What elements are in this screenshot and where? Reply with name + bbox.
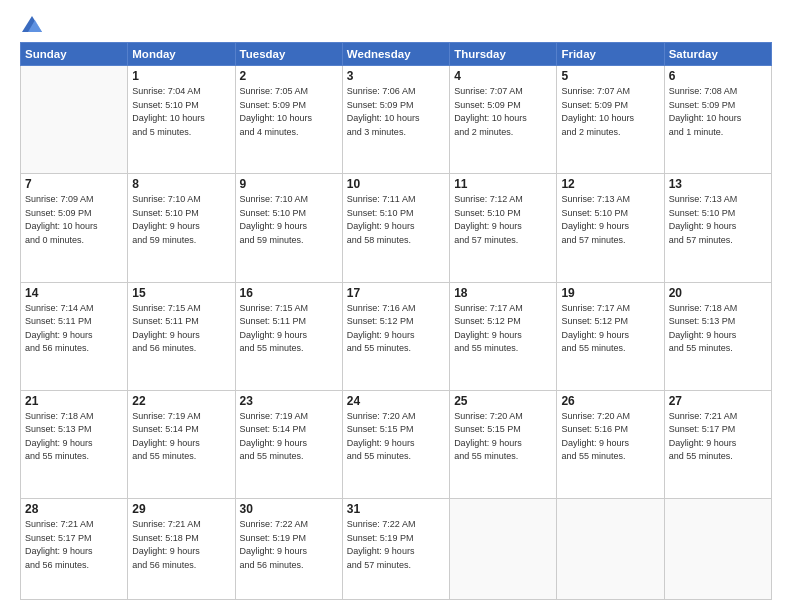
logo-icon [22,16,42,32]
calendar-day-cell [557,499,664,600]
calendar-week-row: 7Sunrise: 7:09 AM Sunset: 5:09 PM Daylig… [21,174,772,282]
day-number: 31 [347,502,445,516]
weekday-header: Tuesday [235,43,342,66]
day-number: 26 [561,394,659,408]
day-number: 24 [347,394,445,408]
day-number: 18 [454,286,552,300]
day-number: 13 [669,177,767,191]
calendar-day-cell: 30Sunrise: 7:22 AM Sunset: 5:19 PM Dayli… [235,499,342,600]
calendar-day-cell: 23Sunrise: 7:19 AM Sunset: 5:14 PM Dayli… [235,390,342,498]
calendar-day-cell: 7Sunrise: 7:09 AM Sunset: 5:09 PM Daylig… [21,174,128,282]
day-info: Sunrise: 7:15 AM Sunset: 5:11 PM Dayligh… [240,302,338,356]
calendar-week-row: 28Sunrise: 7:21 AM Sunset: 5:17 PM Dayli… [21,499,772,600]
day-number: 27 [669,394,767,408]
calendar-day-cell: 22Sunrise: 7:19 AM Sunset: 5:14 PM Dayli… [128,390,235,498]
weekday-header: Thursday [450,43,557,66]
calendar-day-cell: 28Sunrise: 7:21 AM Sunset: 5:17 PM Dayli… [21,499,128,600]
day-info: Sunrise: 7:21 AM Sunset: 5:18 PM Dayligh… [132,518,230,572]
day-info: Sunrise: 7:19 AM Sunset: 5:14 PM Dayligh… [132,410,230,464]
day-info: Sunrise: 7:10 AM Sunset: 5:10 PM Dayligh… [132,193,230,247]
day-number: 22 [132,394,230,408]
day-info: Sunrise: 7:17 AM Sunset: 5:12 PM Dayligh… [454,302,552,356]
day-info: Sunrise: 7:21 AM Sunset: 5:17 PM Dayligh… [669,410,767,464]
weekday-header: Friday [557,43,664,66]
day-number: 30 [240,502,338,516]
calendar-day-cell: 27Sunrise: 7:21 AM Sunset: 5:17 PM Dayli… [664,390,771,498]
calendar-day-cell: 18Sunrise: 7:17 AM Sunset: 5:12 PM Dayli… [450,282,557,390]
day-info: Sunrise: 7:05 AM Sunset: 5:09 PM Dayligh… [240,85,338,139]
page: SundayMondayTuesdayWednesdayThursdayFrid… [0,0,792,612]
day-number: 15 [132,286,230,300]
calendar-day-cell: 11Sunrise: 7:12 AM Sunset: 5:10 PM Dayli… [450,174,557,282]
day-info: Sunrise: 7:20 AM Sunset: 5:16 PM Dayligh… [561,410,659,464]
day-info: Sunrise: 7:06 AM Sunset: 5:09 PM Dayligh… [347,85,445,139]
header [20,16,772,32]
calendar-day-cell: 12Sunrise: 7:13 AM Sunset: 5:10 PM Dayli… [557,174,664,282]
day-info: Sunrise: 7:18 AM Sunset: 5:13 PM Dayligh… [25,410,123,464]
day-number: 3 [347,69,445,83]
day-info: Sunrise: 7:13 AM Sunset: 5:10 PM Dayligh… [669,193,767,247]
day-number: 23 [240,394,338,408]
weekday-header: Monday [128,43,235,66]
day-number: 4 [454,69,552,83]
calendar-day-cell: 17Sunrise: 7:16 AM Sunset: 5:12 PM Dayli… [342,282,449,390]
day-info: Sunrise: 7:22 AM Sunset: 5:19 PM Dayligh… [347,518,445,572]
calendar-day-cell: 13Sunrise: 7:13 AM Sunset: 5:10 PM Dayli… [664,174,771,282]
day-info: Sunrise: 7:07 AM Sunset: 5:09 PM Dayligh… [561,85,659,139]
day-info: Sunrise: 7:20 AM Sunset: 5:15 PM Dayligh… [347,410,445,464]
calendar-week-row: 14Sunrise: 7:14 AM Sunset: 5:11 PM Dayli… [21,282,772,390]
day-info: Sunrise: 7:18 AM Sunset: 5:13 PM Dayligh… [669,302,767,356]
day-number: 11 [454,177,552,191]
day-info: Sunrise: 7:08 AM Sunset: 5:09 PM Dayligh… [669,85,767,139]
day-info: Sunrise: 7:09 AM Sunset: 5:09 PM Dayligh… [25,193,123,247]
calendar-day-cell: 4Sunrise: 7:07 AM Sunset: 5:09 PM Daylig… [450,66,557,174]
logo [20,16,42,32]
calendar-day-cell: 16Sunrise: 7:15 AM Sunset: 5:11 PM Dayli… [235,282,342,390]
day-info: Sunrise: 7:13 AM Sunset: 5:10 PM Dayligh… [561,193,659,247]
day-info: Sunrise: 7:22 AM Sunset: 5:19 PM Dayligh… [240,518,338,572]
calendar-day-cell [664,499,771,600]
calendar-day-cell [450,499,557,600]
weekday-header: Saturday [664,43,771,66]
day-info: Sunrise: 7:16 AM Sunset: 5:12 PM Dayligh… [347,302,445,356]
calendar-day-cell: 6Sunrise: 7:08 AM Sunset: 5:09 PM Daylig… [664,66,771,174]
calendar-day-cell: 3Sunrise: 7:06 AM Sunset: 5:09 PM Daylig… [342,66,449,174]
calendar-day-cell: 8Sunrise: 7:10 AM Sunset: 5:10 PM Daylig… [128,174,235,282]
calendar-day-cell: 14Sunrise: 7:14 AM Sunset: 5:11 PM Dayli… [21,282,128,390]
day-info: Sunrise: 7:15 AM Sunset: 5:11 PM Dayligh… [132,302,230,356]
day-info: Sunrise: 7:12 AM Sunset: 5:10 PM Dayligh… [454,193,552,247]
calendar-day-cell: 29Sunrise: 7:21 AM Sunset: 5:18 PM Dayli… [128,499,235,600]
day-info: Sunrise: 7:19 AM Sunset: 5:14 PM Dayligh… [240,410,338,464]
day-info: Sunrise: 7:04 AM Sunset: 5:10 PM Dayligh… [132,85,230,139]
day-number: 20 [669,286,767,300]
weekday-header: Wednesday [342,43,449,66]
day-number: 28 [25,502,123,516]
calendar-day-cell: 15Sunrise: 7:15 AM Sunset: 5:11 PM Dayli… [128,282,235,390]
calendar-day-cell: 20Sunrise: 7:18 AM Sunset: 5:13 PM Dayli… [664,282,771,390]
day-number: 1 [132,69,230,83]
day-info: Sunrise: 7:14 AM Sunset: 5:11 PM Dayligh… [25,302,123,356]
calendar-day-cell: 21Sunrise: 7:18 AM Sunset: 5:13 PM Dayli… [21,390,128,498]
day-number: 14 [25,286,123,300]
day-number: 2 [240,69,338,83]
day-number: 25 [454,394,552,408]
day-info: Sunrise: 7:20 AM Sunset: 5:15 PM Dayligh… [454,410,552,464]
weekday-header: Sunday [21,43,128,66]
day-number: 16 [240,286,338,300]
calendar-week-row: 21Sunrise: 7:18 AM Sunset: 5:13 PM Dayli… [21,390,772,498]
calendar-day-cell: 26Sunrise: 7:20 AM Sunset: 5:16 PM Dayli… [557,390,664,498]
day-number: 6 [669,69,767,83]
day-number: 5 [561,69,659,83]
day-info: Sunrise: 7:07 AM Sunset: 5:09 PM Dayligh… [454,85,552,139]
calendar-day-cell: 10Sunrise: 7:11 AM Sunset: 5:10 PM Dayli… [342,174,449,282]
day-number: 8 [132,177,230,191]
calendar-day-cell: 1Sunrise: 7:04 AM Sunset: 5:10 PM Daylig… [128,66,235,174]
calendar-day-cell: 19Sunrise: 7:17 AM Sunset: 5:12 PM Dayli… [557,282,664,390]
day-info: Sunrise: 7:10 AM Sunset: 5:10 PM Dayligh… [240,193,338,247]
calendar-day-cell: 31Sunrise: 7:22 AM Sunset: 5:19 PM Dayli… [342,499,449,600]
calendar-day-cell: 9Sunrise: 7:10 AM Sunset: 5:10 PM Daylig… [235,174,342,282]
day-number: 21 [25,394,123,408]
calendar-day-cell: 5Sunrise: 7:07 AM Sunset: 5:09 PM Daylig… [557,66,664,174]
day-number: 10 [347,177,445,191]
calendar-week-row: 1Sunrise: 7:04 AM Sunset: 5:10 PM Daylig… [21,66,772,174]
